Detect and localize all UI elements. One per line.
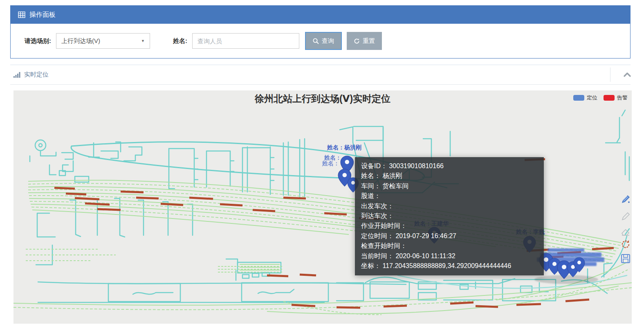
- device-tooltip: 设备ID： 300319010810166 姓名： 杨洪刚 车间： 货检车间 股…: [355, 157, 544, 275]
- page: 操作面板 请选场别: 上行到达场(V) ▼ 姓名: 查询: [0, 0, 644, 329]
- realtime-section: 实时定位 徐州北站上行到达场(Ⅴ)实时定位 定位 告警: [10, 65, 631, 85]
- search-icon: [313, 38, 319, 44]
- chevron-down-icon: ▼: [141, 39, 145, 43]
- legend-location: 定位: [573, 94, 597, 101]
- tooltip-row: 姓名： 杨洪刚: [361, 171, 538, 181]
- location-swatch: [573, 95, 584, 101]
- edit-pencil-icon[interactable]: [621, 212, 631, 221]
- operation-panel: 操作面板 请选场别: 上行到达场(V) ▼ 姓名: 查询: [10, 5, 631, 59]
- tooltip-row: 检查开始时间：: [361, 241, 538, 251]
- table-grid-icon: [18, 11, 25, 18]
- tooltip-row: 坐标： 117.20435888888889,34.29200944444444…: [361, 261, 538, 271]
- tooltip-row: 作业开始时间：: [361, 221, 538, 231]
- draw-pencil-icon[interactable]: [621, 195, 631, 205]
- realtime-section-header: 实时定位: [10, 65, 631, 85]
- signal-bars-icon: [13, 72, 20, 78]
- legend-location-label: 定位: [587, 94, 597, 101]
- tooltip-row: 车间： 货检车间: [361, 181, 538, 191]
- tooltip-row: 当前时间： 2020-06-10 11:11:32: [361, 251, 538, 261]
- panel-title: 操作面板: [29, 11, 56, 19]
- header-divider: [610, 68, 610, 82]
- tooltip-row: 到达车次：: [361, 211, 538, 221]
- map-legend: 定位 告警: [573, 94, 628, 101]
- query-button[interactable]: 查询: [305, 32, 342, 50]
- map-title: 徐州北站上行到达场(Ⅴ)实时定位: [13, 92, 632, 105]
- save-floppy-icon[interactable]: [621, 254, 631, 264]
- alarm-swatch: [604, 95, 615, 101]
- reset-button[interactable]: 重置: [347, 32, 382, 50]
- name-input[interactable]: [192, 33, 299, 49]
- tooltip-row: 定位时间： 2019-07-29 16:46:27: [361, 231, 538, 241]
- yard-select-label: 请选场别:: [25, 37, 51, 45]
- name-field-label: 姓名:: [173, 37, 187, 45]
- tooltip-row: 出发车次：: [361, 201, 538, 211]
- tooltip-row: 股道：: [361, 191, 538, 201]
- collapse-chevron-up-icon[interactable]: [623, 71, 632, 79]
- panel-header: 操作面板: [11, 6, 630, 24]
- filter-row: 请选场别: 上行到达场(V) ▼ 姓名: 查询 重置: [11, 24, 630, 58]
- map-area[interactable]: 徐州北站上行到达场(Ⅴ)实时定位 定位 告警: [13, 90, 632, 324]
- section-title: 实时定位: [24, 71, 49, 79]
- eraser-icon[interactable]: [621, 227, 631, 237]
- refresh-icon: [354, 38, 360, 44]
- tooltip-row: 设备ID： 300319010810166: [361, 161, 538, 171]
- yard-select-value: 上行到达场(V): [61, 37, 100, 45]
- yard-select[interactable]: 上行到达场(V) ▼: [56, 33, 150, 49]
- map-tools: [621, 90, 631, 324]
- refresh-map-icon[interactable]: [621, 239, 631, 249]
